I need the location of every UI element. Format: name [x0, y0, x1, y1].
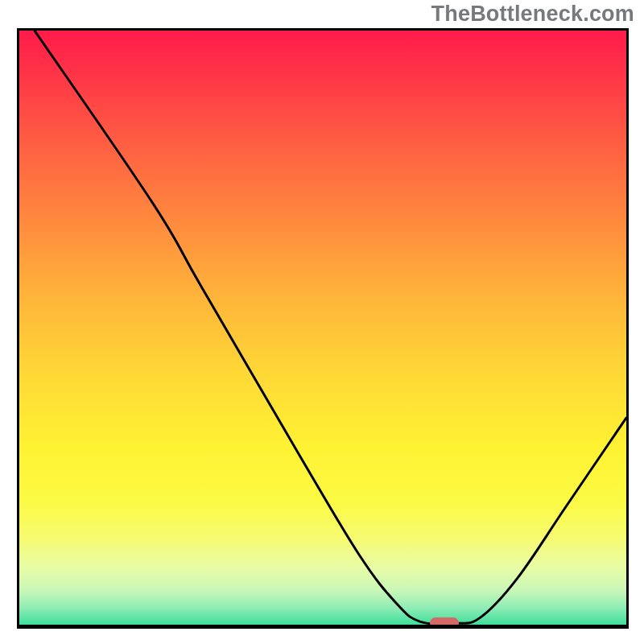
optimal-point-marker — [430, 617, 459, 629]
bottleneck-chart: TheBottleneck.com — [0, 0, 644, 644]
chart-curve — [19, 31, 626, 626]
watermark-text: TheBottleneck.com — [431, 2, 634, 27]
frame-right — [626, 28, 629, 629]
curve-path — [35, 31, 626, 624]
